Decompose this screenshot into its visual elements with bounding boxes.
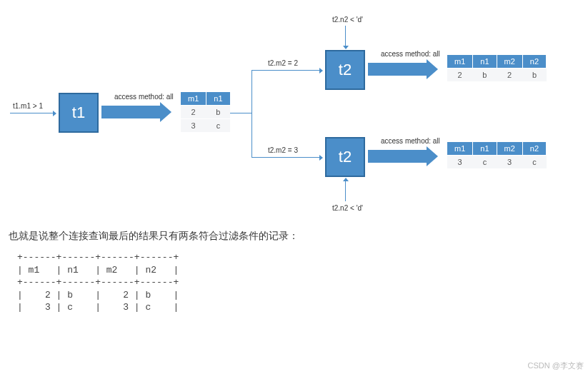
node-t1: t1 — [59, 93, 99, 133]
cond-top-vert: t2.n2 < 'd' — [332, 16, 363, 24]
big-arrow-t1 — [101, 106, 160, 118]
table-t2-top: m1 n1 m2 n2 2 b 2 b — [447, 54, 547, 82]
watermark: CSDN @李文赛 — [528, 360, 584, 371]
table-t1: m1n1 2b 3c — [180, 91, 231, 133]
arrow-up-t2-bot — [345, 181, 346, 201]
big-arrow-t2-top — [368, 63, 427, 76]
node-t2-top: t2 — [325, 50, 365, 90]
arrow-into-t1 — [10, 113, 53, 113]
cond-bot-vert: t2.n2 < 'd' — [332, 204, 363, 212]
big-arrow-t2-bot — [368, 150, 427, 163]
access-t1: access method: all — [114, 93, 174, 101]
split-stub — [230, 113, 251, 113]
cond-top-in: t2.m2 = 2 — [268, 59, 298, 67]
split-down — [251, 113, 252, 157]
caption-text: 也就是说整个连接查询最后的结果只有两条符合过滤条件的记录： — [9, 230, 588, 243]
table-t2-bot: m1 n1 m2 n2 3 c 3 c — [447, 141, 547, 169]
arrow-to-t2-bot — [251, 157, 319, 158]
arrow-down-t2-top — [345, 26, 346, 46]
diagram-canvas: t1.m1 > 1 t1 access method: all m1n1 2b … — [0, 0, 588, 221]
access-t2-bot: access method: all — [381, 137, 440, 145]
split-up — [251, 70, 252, 113]
cond-bot-in: t2.m2 = 3 — [268, 146, 298, 154]
access-t2-top: access method: all — [381, 50, 440, 58]
arrow-to-t2-top — [251, 70, 319, 71]
ascii-result-table: +------+------+------+------+ | m1 | n1 … — [17, 251, 588, 314]
node-t2-bot: t2 — [325, 137, 365, 177]
filter-t1: t1.m1 > 1 — [13, 102, 43, 110]
